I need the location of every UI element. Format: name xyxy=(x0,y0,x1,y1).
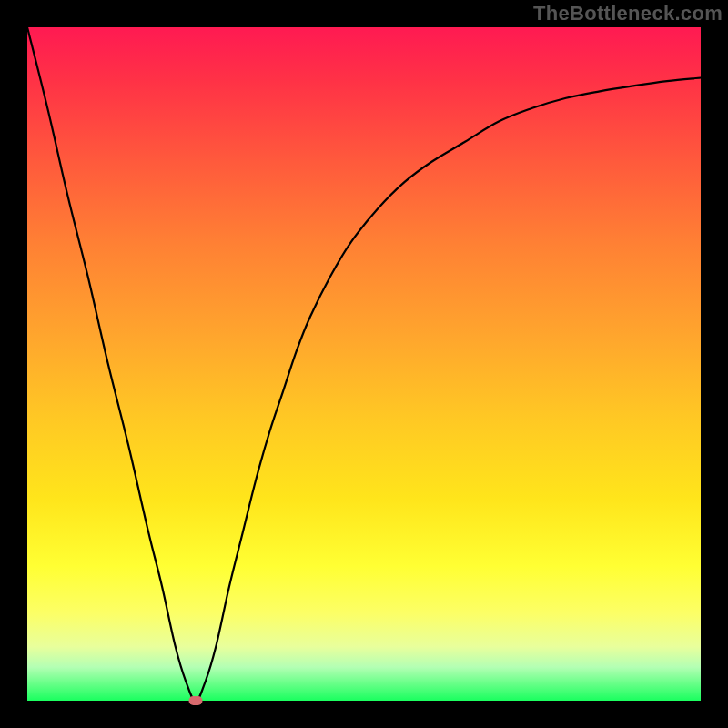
plot-area xyxy=(27,27,701,701)
chart-frame: TheBottleneck.com xyxy=(0,0,728,728)
optimal-point-marker xyxy=(189,696,203,705)
watermark-text: TheBottleneck.com xyxy=(533,2,723,25)
curve-svg xyxy=(27,27,701,701)
bottleneck-curve-path xyxy=(27,27,701,701)
